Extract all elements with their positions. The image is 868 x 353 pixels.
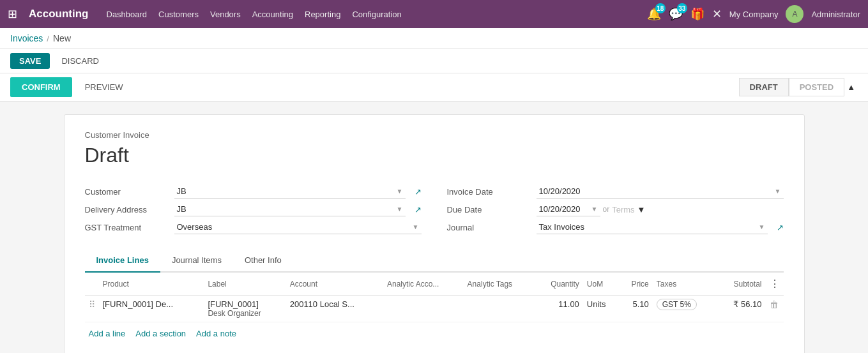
nav-configuration[interactable]: Configuration bbox=[352, 7, 401, 22]
invoice-date-caret-icon: ▼ bbox=[775, 188, 781, 195]
invoice-lines-table: Product Label Account Analytic Acco... A… bbox=[85, 273, 784, 322]
customer-external-link-icon[interactable]: ↗ bbox=[415, 187, 422, 197]
nav-reporting[interactable]: Reporting bbox=[305, 7, 340, 22]
nav-customers[interactable]: Customers bbox=[158, 7, 199, 22]
gst-value: Overseas bbox=[177, 222, 213, 232]
status-right: DRAFT POSTED ▲ bbox=[739, 73, 858, 101]
row-analytic-acct[interactable] bbox=[383, 296, 464, 322]
row-price[interactable]: 5.10 bbox=[619, 296, 653, 322]
main-content: Customer Invoice Draft Customer JB ▼ ↗ D… bbox=[51, 101, 818, 353]
notification-bell[interactable]: 🔔 18 bbox=[647, 7, 661, 21]
th-more: ⋮ bbox=[766, 273, 784, 296]
add-note-link[interactable]: Add a note bbox=[196, 329, 236, 338]
status-posted-badge[interactable]: POSTED bbox=[789, 78, 844, 96]
customer-field-row: Customer JB ▼ ↗ bbox=[85, 183, 422, 200]
invoice-date-select[interactable]: 10/20/2020 ▼ bbox=[537, 184, 784, 199]
due-date-select[interactable]: 10/20/2020 ▼ bbox=[537, 202, 600, 216]
preview-button[interactable]: PREVIEW bbox=[76, 73, 132, 101]
delivery-select[interactable]: JB ▼ bbox=[174, 202, 406, 216]
breadcrumb-current: New bbox=[53, 33, 71, 43]
due-date-row: 10/20/2020 ▼ or Terms ▼ bbox=[537, 202, 646, 216]
or-text: or bbox=[603, 205, 610, 214]
delivery-label: Delivery Address bbox=[85, 205, 168, 214]
terms-select[interactable]: Terms ▼ bbox=[612, 205, 645, 214]
row-analytic-tags[interactable] bbox=[464, 296, 535, 322]
delivery-external-link-icon[interactable]: ↗ bbox=[415, 205, 422, 214]
app-grid-icon[interactable]: ⊞ bbox=[8, 7, 17, 21]
tabs: Invoice Lines Journal Items Other Info bbox=[85, 249, 784, 273]
row-product[interactable]: [FURN_0001] De... bbox=[99, 296, 204, 322]
th-subtotal: Subtotal bbox=[717, 273, 766, 296]
row-quantity[interactable]: 11.00 bbox=[535, 296, 583, 322]
close-icon[interactable]: ✕ bbox=[712, 7, 722, 21]
th-quantity: Quantity bbox=[535, 273, 583, 296]
row-taxes[interactable]: GST 5% bbox=[653, 296, 717, 322]
th-account: Account bbox=[286, 273, 383, 296]
gst-field-row: GST Treatment Overseas ▼ bbox=[85, 218, 422, 236]
th-analytic-acct: Analytic Acco... bbox=[383, 273, 464, 296]
discard-button[interactable]: DISCARD bbox=[55, 53, 105, 69]
journal-label: Journal bbox=[447, 223, 530, 232]
invoice-date-field-row: Invoice Date 10/20/2020 ▼ bbox=[447, 183, 784, 200]
due-date-field-row: Due Date 10/20/2020 ▼ or Terms ▼ bbox=[447, 200, 784, 218]
top-navigation: ⊞ Accounting Dashboard Customers Vendors… bbox=[0, 0, 868, 28]
journal-value: Tax Invoices bbox=[539, 222, 585, 232]
due-date-caret-icon: ▼ bbox=[591, 206, 598, 213]
gst-label: GST Treatment bbox=[85, 223, 168, 232]
invoice-type-label: Customer Invoice bbox=[85, 130, 784, 140]
breadcrumb: Invoices / New bbox=[0, 28, 868, 49]
invoice-date-label: Invoice Date bbox=[447, 187, 530, 197]
row-account[interactable]: 200110 Local S... bbox=[286, 296, 383, 322]
gst-select[interactable]: Overseas ▼ bbox=[174, 220, 422, 234]
tab-other-info[interactable]: Other Info bbox=[233, 249, 293, 273]
due-date-value: 10/20/2020 bbox=[539, 204, 581, 214]
journal-field-row: Journal Tax Invoices ▼ ↗ bbox=[447, 218, 784, 236]
gst-badge: GST 5% bbox=[657, 299, 697, 310]
delivery-field-row: Delivery Address JB ▼ ↗ bbox=[85, 200, 422, 218]
confirm-button[interactable]: CONFIRM bbox=[10, 77, 72, 97]
row-uom[interactable]: Units bbox=[583, 296, 619, 322]
nav-vendors[interactable]: Vendors bbox=[210, 7, 241, 22]
column-options-icon[interactable]: ⋮ bbox=[770, 278, 780, 289]
status-bar: CONFIRM PREVIEW DRAFT POSTED ▲ bbox=[0, 73, 868, 101]
customer-label: Customer bbox=[85, 187, 168, 197]
th-drag bbox=[85, 273, 99, 296]
status-left: CONFIRM PREVIEW bbox=[10, 73, 132, 101]
breadcrumb-invoices-link[interactable]: Invoices bbox=[10, 33, 43, 43]
row-subtotal: ₹ 56.10 bbox=[717, 296, 766, 322]
company-name[interactable]: My Company bbox=[729, 10, 779, 19]
terms-placeholder: Terms bbox=[612, 205, 634, 214]
tab-journal-items[interactable]: Journal Items bbox=[160, 249, 233, 273]
invoice-form: Customer JB ▼ ↗ Delivery Address JB ▼ ↗ bbox=[85, 183, 784, 236]
th-product: Product bbox=[99, 273, 204, 296]
notification-count: 18 bbox=[655, 3, 666, 13]
message-bubble[interactable]: 💬 33 bbox=[669, 7, 683, 21]
customer-select[interactable]: JB ▼ bbox=[174, 184, 406, 199]
table-row: ⠿ [FURN_0001] De... [FURN_0001] Desk Org… bbox=[85, 296, 784, 322]
due-date-label: Due Date bbox=[447, 205, 530, 214]
th-analytic-tags: Analytic Tags bbox=[464, 273, 535, 296]
invoice-date-value: 10/20/2020 bbox=[539, 186, 581, 196]
status-draft-badge[interactable]: DRAFT bbox=[739, 78, 789, 96]
scroll-indicator: ▲ bbox=[844, 82, 858, 92]
nav-dashboard[interactable]: Dashboard bbox=[107, 7, 148, 22]
journal-select[interactable]: Tax Invoices ▼ bbox=[537, 220, 768, 234]
delete-row-icon[interactable]: 🗑 bbox=[770, 299, 779, 310]
row-label[interactable]: [FURN_0001] Desk Organizer bbox=[204, 296, 286, 322]
row-delete[interactable]: 🗑 bbox=[766, 296, 784, 322]
breadcrumb-separator: / bbox=[47, 34, 49, 43]
nav-accounting[interactable]: Accounting bbox=[252, 7, 293, 22]
customer-value: JB bbox=[177, 186, 187, 196]
gift-icon[interactable]: 🎁 bbox=[690, 7, 704, 21]
message-count: 33 bbox=[677, 3, 687, 13]
admin-name[interactable]: Administrator bbox=[811, 10, 860, 19]
form-right: Invoice Date 10/20/2020 ▼ Due Date 10/20… bbox=[447, 183, 784, 236]
journal-external-link-icon[interactable]: ↗ bbox=[777, 223, 784, 232]
add-section-link[interactable]: Add a section bbox=[135, 329, 186, 338]
journal-caret-icon: ▼ bbox=[759, 223, 765, 230]
save-button[interactable]: SAVE bbox=[10, 53, 50, 69]
avatar[interactable]: A bbox=[786, 5, 803, 23]
tab-invoice-lines[interactable]: Invoice Lines bbox=[85, 249, 160, 273]
row-drag-handle[interactable]: ⠿ bbox=[85, 296, 99, 322]
add-line-link[interactable]: Add a line bbox=[89, 329, 126, 338]
